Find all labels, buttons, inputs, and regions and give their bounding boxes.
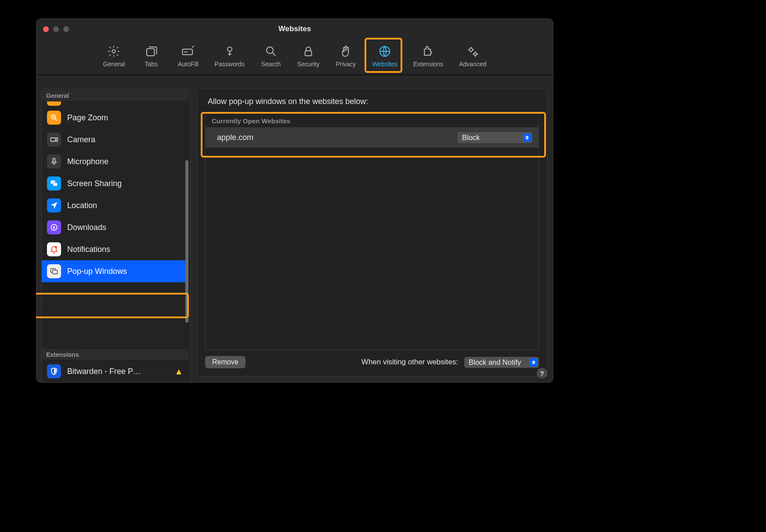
svg-rect-1 xyxy=(147,49,155,56)
sidebar-item-page-zoom[interactable]: Page Zoom xyxy=(42,107,188,129)
tab-label: Advanced xyxy=(459,61,486,68)
main-heading: Allow pop-up windows on the websites bel… xyxy=(197,89,547,111)
preferences-window: Websites General Tabs AutoFill Passwords xyxy=(36,18,553,383)
svg-rect-11 xyxy=(53,158,55,162)
main-footer: Remove When visiting other websites: Blo… xyxy=(197,350,547,376)
location-icon xyxy=(47,198,61,212)
sidebar-item-partial[interactable] xyxy=(47,101,61,106)
tabs-icon xyxy=(145,45,158,58)
svg-point-8 xyxy=(474,53,477,55)
svg-rect-10 xyxy=(51,138,56,141)
remove-button[interactable]: Remove xyxy=(205,356,246,368)
svg-rect-17 xyxy=(53,270,58,274)
hand-icon xyxy=(339,45,352,58)
search-icon xyxy=(264,45,278,58)
tab-label: Extensions xyxy=(413,61,443,68)
tab-label: Websites xyxy=(372,61,397,68)
help-button[interactable]: ? xyxy=(537,368,547,378)
sidebar-item-label: Screen Sharing xyxy=(67,179,122,188)
svg-point-4 xyxy=(267,47,273,54)
sidebar-item-camera[interactable]: Camera xyxy=(42,129,188,151)
svg-point-0 xyxy=(112,50,116,53)
tab-autofill[interactable]: AutoFill xyxy=(174,42,202,71)
tab-general[interactable]: General xyxy=(100,42,129,71)
default-policy-select[interactable]: Block and Notify xyxy=(464,357,539,368)
chevron-up-down-icon xyxy=(530,358,538,367)
sidebar-item-screen-sharing[interactable]: Screen Sharing xyxy=(42,173,188,194)
settings-sidebar: General Page Zoom Camera xyxy=(41,89,191,383)
tab-label: General xyxy=(103,61,125,68)
website-domain: apple.com xyxy=(217,133,452,142)
sidebar-item-bitwarden[interactable]: Bitwarden - Free P… ▲ xyxy=(42,360,188,382)
preferences-toolbar: General Tabs AutoFill Passwords Search xyxy=(36,40,553,75)
svg-point-3 xyxy=(228,47,232,51)
sidebar-item-notifications[interactable]: Notifications xyxy=(42,238,188,260)
sidebar-item-label: Camera xyxy=(67,135,95,144)
tab-label: Security xyxy=(297,61,320,68)
camera-icon xyxy=(47,133,61,147)
main-panel: Allow pop-up windows on the websites bel… xyxy=(197,89,547,377)
default-policy-value: Block and Notify xyxy=(469,358,521,366)
tab-label: Tabs xyxy=(145,61,158,68)
tab-search[interactable]: Search xyxy=(257,42,285,71)
svg-point-7 xyxy=(470,48,473,52)
policy-select[interactable]: Block xyxy=(458,132,532,143)
window-title: Websites xyxy=(36,25,553,33)
sidebar-items: Page Zoom Camera Microphone xyxy=(42,101,188,348)
popup-windows-icon xyxy=(47,264,61,278)
globe-icon xyxy=(378,45,391,58)
sidebar-item-label: Notifications xyxy=(67,245,110,254)
tab-label: Passwords xyxy=(214,61,244,68)
chevron-up-down-icon xyxy=(523,133,531,142)
tab-privacy[interactable]: Privacy xyxy=(332,42,360,71)
tab-label: Search xyxy=(261,61,281,68)
lock-icon xyxy=(302,45,315,58)
shield-icon xyxy=(47,364,61,378)
svg-rect-13 xyxy=(53,183,58,186)
sidebar-item-label: Pop-up Windows xyxy=(67,267,127,276)
svg-point-15 xyxy=(55,246,57,248)
sidebar-item-label: Page Zoom xyxy=(67,113,108,122)
sidebar-item-label: Downloads xyxy=(67,223,106,232)
sidebar-item-popup-windows[interactable]: Pop-up Windows xyxy=(42,260,188,282)
sidebar-item-label: Location xyxy=(67,201,97,210)
tab-websites[interactable]: Websites xyxy=(369,42,401,71)
tab-passwords[interactable]: Passwords xyxy=(211,42,248,71)
sidebar-item-label: Microphone xyxy=(67,157,108,166)
microphone-icon xyxy=(47,155,61,169)
tab-tabs[interactable]: Tabs xyxy=(137,42,165,71)
svg-rect-5 xyxy=(305,51,312,56)
tab-extensions[interactable]: Extensions xyxy=(410,42,447,71)
magnify-plus-icon xyxy=(47,111,61,125)
sidebar-scrollbar[interactable] xyxy=(185,99,188,379)
tab-advanced[interactable]: Advanced xyxy=(455,42,490,71)
download-icon xyxy=(47,220,61,234)
website-row[interactable]: apple.com Block xyxy=(206,128,538,147)
tab-label: Privacy xyxy=(336,61,356,68)
sidebar-item-downloads[interactable]: Downloads xyxy=(42,216,188,238)
puzzle-icon xyxy=(422,45,435,58)
table-caption: Currently Open Websites xyxy=(206,114,538,128)
tab-label: AutoFill xyxy=(178,61,199,68)
sidebar-item-location[interactable]: Location xyxy=(42,194,188,216)
sidebar-section-extensions: Extensions xyxy=(42,348,188,360)
autofill-icon xyxy=(181,45,195,58)
default-policy-label: When visiting other websites: xyxy=(361,358,458,367)
key-icon xyxy=(223,45,236,58)
gear-icon xyxy=(107,45,120,58)
scrollbar-thumb[interactable] xyxy=(185,160,188,323)
tab-security[interactable]: Security xyxy=(294,42,323,71)
websites-table: Currently Open Websites apple.com Block xyxy=(205,113,539,350)
sidebar-section-general: General xyxy=(42,89,188,101)
gears-icon xyxy=(466,45,479,58)
policy-value: Block xyxy=(462,133,480,141)
screen-sharing-icon xyxy=(47,176,61,191)
bell-icon xyxy=(47,242,61,256)
sidebar-item-microphone[interactable]: Microphone xyxy=(42,151,188,173)
sidebar-item-label: Bitwarden - Free P… xyxy=(67,367,141,376)
titlebar: Websites xyxy=(36,18,553,40)
warning-icon: ▲ xyxy=(174,367,183,377)
